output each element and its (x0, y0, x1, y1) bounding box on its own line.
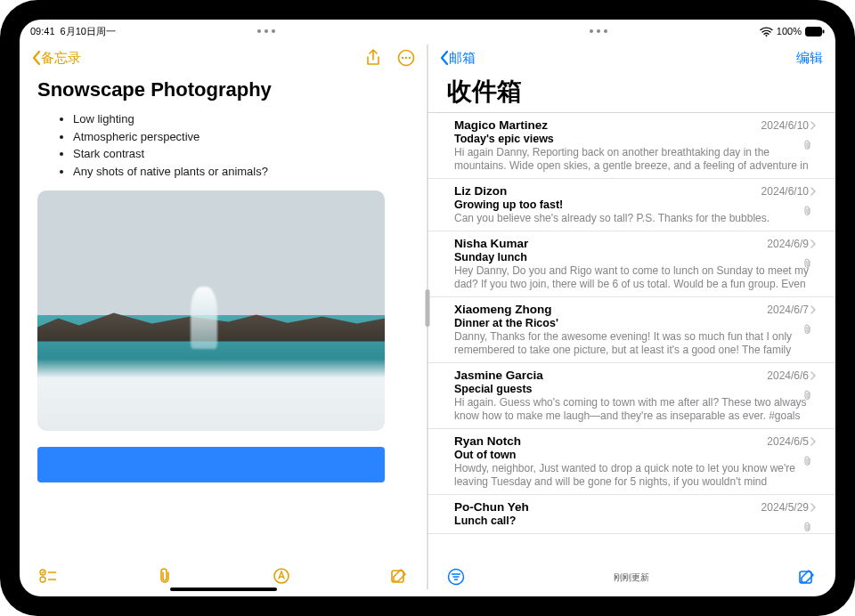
mail-row[interactable]: Jasmine Garcia2024/6/6Special guestsHi a… (428, 363, 835, 429)
mail-sender: Po-Chun Yeh (454, 500, 529, 514)
note-title: Snowscape Photography (37, 78, 410, 101)
mail-row[interactable]: Xiaomeng Zhong2024/6/7Dinner at the Rico… (428, 297, 835, 363)
attachment-icon (803, 256, 812, 272)
chevron-right-icon (810, 437, 816, 446)
svg-rect-11 (806, 27, 822, 36)
mail-sender: Ryan Notch (454, 434, 521, 448)
mail-preview: Can you believe she's already so tall? P… (454, 212, 816, 225)
note-body[interactable]: Snowscape Photography Low lightingAtmosp… (20, 75, 428, 559)
attachment-icon (803, 388, 812, 404)
chevron-right-icon (810, 503, 816, 512)
attachment-icon (803, 454, 812, 470)
more-button[interactable] (397, 49, 415, 67)
notes-back-label: 备忘录 (41, 50, 81, 67)
mail-back-label: 邮箱 (449, 50, 476, 67)
mail-back-button[interactable]: 邮箱 (440, 50, 796, 67)
markup-icon (273, 567, 290, 585)
mail-preview: Danny, Thanks for the awesome evening! I… (454, 330, 816, 357)
mail-date: 2024/6/7 (767, 304, 809, 316)
mail-date: 2024/6/10 (761, 185, 809, 198)
svg-point-2 (405, 57, 407, 59)
svg-point-6 (40, 577, 45, 582)
mail-date: 2024/6/5 (767, 435, 809, 448)
mail-subject: Dinner at the Ricos' (454, 317, 816, 329)
mail-preview: Hi again. Guess who's coming to town wit… (454, 396, 816, 423)
note-secondary-photo[interactable] (37, 447, 385, 482)
mail-sender: Liz Dizon (454, 184, 507, 198)
mail-row[interactable]: Magico Martinez2024/6/10Today's epic vie… (428, 113, 835, 179)
chevron-right-icon (810, 239, 816, 248)
status-date: 6月10日周一 (61, 25, 116, 38)
attachment-icon (803, 322, 812, 338)
checklist-button[interactable] (39, 568, 57, 588)
svg-point-1 (402, 57, 403, 59)
filter-icon (447, 568, 465, 586)
multitask-dots-right[interactable] (438, 29, 760, 33)
markup-button[interactable] (273, 567, 290, 588)
notes-navbar: 备忘录 (20, 41, 428, 75)
multitask-dots-left[interactable] (116, 29, 417, 33)
chevron-left-icon (440, 50, 449, 66)
status-bar-right: 100% (428, 20, 835, 41)
inbox-title: 收件箱 (428, 75, 835, 112)
share-button[interactable] (365, 49, 381, 67)
mail-sender: Xiaomeng Zhong (454, 303, 552, 316)
status-bar-left: 09:41 6月10日周一 (20, 20, 428, 41)
split-handle[interactable] (426, 289, 430, 327)
compose-note-button[interactable] (390, 567, 408, 588)
chevron-right-icon (810, 121, 816, 130)
compose-mail-button[interactable] (798, 568, 816, 588)
wifi-icon (760, 27, 773, 36)
mail-date: 2024/6/9 (767, 238, 809, 250)
notes-pane: 09:41 6月10日周一 备忘录 (20, 20, 428, 596)
compose-icon (798, 568, 816, 586)
battery-icon (805, 27, 825, 36)
mail-subject: Lunch call? (454, 515, 816, 527)
mail-sender: Nisha Kumar (454, 237, 528, 250)
mail-row[interactable]: Po-Chun Yeh2024/5/29Lunch call? (428, 495, 835, 534)
share-icon (365, 49, 381, 67)
mail-preview: Hi again Danny, Reporting back on anothe… (454, 146, 816, 173)
mail-date: 2024/5/29 (761, 501, 809, 514)
svg-point-10 (765, 35, 767, 36)
note-bullet: Low lighting (73, 110, 410, 128)
mail-subject: Out of town (454, 449, 816, 461)
paperclip-icon (157, 567, 173, 585)
mail-pane: 100% 邮箱 编辑 收件箱 Magico Martinez2024/6/10T… (428, 20, 835, 596)
mail-sender: Magico Martinez (454, 118, 548, 132)
mail-toolbar: 刚刚更新 (428, 559, 835, 596)
attachment-icon (803, 138, 812, 154)
mail-row[interactable]: Liz Dizon2024/6/10Growing up too fast!Ca… (428, 179, 835, 231)
mail-status-text: 刚刚更新 (614, 571, 649, 584)
mail-subject: Today's epic views (454, 133, 816, 145)
status-time: 09:41 (30, 26, 55, 36)
compose-icon (390, 567, 408, 585)
checklist-icon (39, 568, 57, 584)
note-bullet: Atmospheric perspective (73, 128, 410, 146)
mail-row[interactable]: Ryan Notch2024/6/5Out of townHowdy, neig… (428, 429, 835, 495)
chevron-left-icon (32, 50, 41, 66)
attach-button[interactable] (157, 567, 173, 588)
svg-rect-12 (823, 29, 825, 33)
mail-edit-button[interactable]: 编辑 (796, 50, 823, 67)
mail-subject: Growing up too fast! (454, 199, 816, 211)
notes-back-button[interactable]: 备忘录 (32, 50, 365, 67)
svg-point-3 (409, 57, 411, 59)
mail-date: 2024/6/6 (767, 369, 809, 382)
attachment-icon (803, 520, 812, 536)
mail-preview: Howdy, neighbor, Just wanted to drop a q… (454, 462, 816, 489)
filter-button[interactable] (447, 568, 465, 588)
mail-row[interactable]: Nisha Kumar2024/6/9Sunday lunchHey Danny… (428, 231, 835, 297)
home-indicator[interactable] (170, 588, 277, 591)
mail-subject: Special guests (454, 383, 816, 395)
note-bullet: Stark contrast (73, 145, 410, 163)
chevron-right-icon (810, 305, 816, 314)
mail-preview: Hey Danny, Do you and Rigo want to come … (454, 264, 816, 291)
mail-list[interactable]: Magico Martinez2024/6/10Today's epic vie… (428, 112, 835, 559)
mail-sender: Jasmine Garcia (454, 369, 543, 382)
mail-date: 2024/6/10 (761, 119, 809, 132)
note-bullet: Any shots of native plants or animals? (73, 163, 410, 181)
ellipsis-circle-icon (397, 49, 415, 67)
note-attached-photo[interactable] (37, 190, 385, 431)
attachment-icon (803, 204, 812, 220)
